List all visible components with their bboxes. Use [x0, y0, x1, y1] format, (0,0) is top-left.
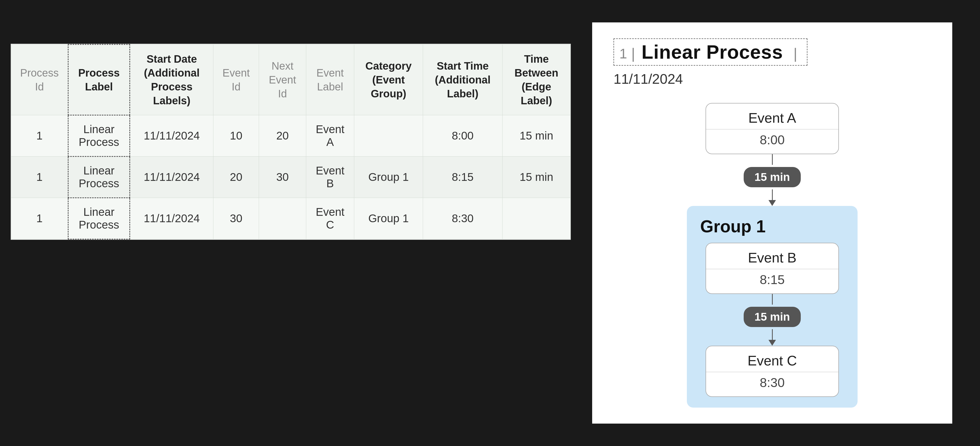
- time-badge-2: 15 min: [744, 307, 800, 327]
- cell-process-id-1: 1: [11, 115, 68, 156]
- cell-category-1: [354, 115, 423, 156]
- cell-next-event-id-1: 20: [259, 115, 306, 156]
- cell-next-event-id-3: [259, 198, 306, 239]
- cell-time-between-1: 15 min: [503, 115, 571, 156]
- col-header-time-between: Time Between (Edge Label): [503, 45, 571, 115]
- event-a-title: Event A: [706, 104, 838, 129]
- col-header-process-id: Process Id: [11, 45, 68, 115]
- cell-category-2: Group 1: [354, 156, 423, 198]
- arrow-line-top-1: [772, 154, 773, 165]
- cell-event-label-3: Event C: [306, 198, 354, 239]
- cell-event-label-2: Event B: [306, 156, 354, 198]
- event-a-time: 8:00: [706, 129, 838, 154]
- cell-process-id-2: 1: [11, 156, 68, 198]
- arrow-head-2: [768, 340, 776, 346]
- event-a-box: Event A 8:00: [706, 103, 839, 154]
- event-b-time: 8:15: [706, 269, 838, 293]
- group-container: Group 1 Event B 8:15 15 min Event C: [687, 206, 858, 408]
- cell-process-label-1: Linear Process: [68, 115, 130, 156]
- cell-start-date-2: 11/11/2024: [130, 156, 213, 198]
- cell-next-event-id-2: 30: [259, 156, 306, 198]
- cell-event-id-2: 20: [213, 156, 259, 198]
- table-section: Process Id Process Label Start Date (Add…: [11, 44, 571, 240]
- arrow-line-bottom-1: [772, 190, 773, 200]
- cell-event-id-3: 30: [213, 198, 259, 239]
- table-row: 1 Linear Process 11/11/2024 20 30 Event …: [11, 156, 571, 198]
- data-table: Process Id Process Label Start Date (Add…: [11, 44, 571, 239]
- group-label: Group 1: [700, 217, 765, 236]
- arrow-line-top-2: [772, 294, 773, 304]
- col-header-next-event-id: Next Event Id: [259, 45, 306, 115]
- cell-event-label-1: Event A: [306, 115, 354, 156]
- time-badge-1: 15 min: [744, 167, 800, 187]
- col-header-start-time: Start Time (Additional Label): [423, 45, 503, 115]
- event-c-box: Event C 8:30: [706, 346, 839, 397]
- diagram-section: 1❘Linear Process ❘ 11/11/2024 Event A 8:…: [592, 22, 952, 424]
- diagram-flow: Event A 8:00 15 min Group 1 Event B 8:15: [614, 103, 931, 408]
- cell-start-date-1: 11/11/2024: [130, 115, 213, 156]
- arrow-1: 15 min: [744, 154, 800, 206]
- event-c-title: Event C: [706, 346, 838, 372]
- cell-process-id-3: 1: [11, 198, 68, 239]
- arrow-head-1: [768, 200, 776, 206]
- cell-time-between-2: 15 min: [503, 156, 571, 198]
- arrow-line-bottom-2: [772, 329, 773, 340]
- cell-start-date-3: 11/11/2024: [130, 198, 213, 239]
- arrow-2: 15 min: [744, 294, 800, 346]
- event-b-box: Event B 8:15: [706, 243, 839, 294]
- col-header-event-id: Event Id: [213, 45, 259, 115]
- cell-time-between-3: [503, 198, 571, 239]
- cell-category-3: Group 1: [354, 198, 423, 239]
- diagram-title: 1❘Linear Process ❘: [614, 38, 807, 65]
- cell-event-id-1: 10: [213, 115, 259, 156]
- cell-start-time-2: 8:15: [423, 156, 503, 198]
- table-row: 1 Linear Process 11/11/2024 30 Event C G…: [11, 198, 571, 239]
- col-header-start-date: Start Date (Additional Process Labels): [130, 45, 213, 115]
- cell-start-time-1: 8:00: [423, 115, 503, 156]
- main-container: Process Id Process Label Start Date (Add…: [11, 22, 969, 424]
- cell-start-time-3: 8:30: [423, 198, 503, 239]
- event-c-time: 8:30: [706, 372, 838, 397]
- event-b-title: Event B: [706, 243, 838, 269]
- table-row: 1 Linear Process 11/11/2024 10 20 Event …: [11, 115, 571, 156]
- cell-process-label-2: Linear Process: [68, 156, 130, 198]
- col-header-event-label: Event Label: [306, 45, 354, 115]
- col-header-process-label: Process Label: [68, 45, 130, 115]
- diagram-date: 11/11/2024: [614, 71, 931, 87]
- col-header-category: Category (Event Group): [354, 45, 423, 115]
- cell-process-label-3: Linear Process: [68, 198, 130, 239]
